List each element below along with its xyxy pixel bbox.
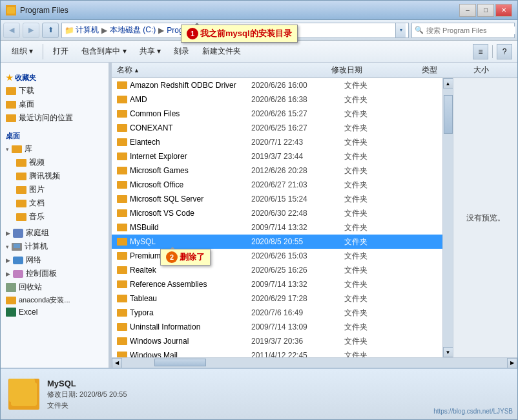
- horizontal-scrollbar: ◀ ▶: [112, 357, 517, 368]
- file-name: Amazon Redshift ODBC Driver: [130, 81, 249, 90]
- breadcrumb-computer[interactable]: 计算机: [76, 25, 99, 36]
- file-type: 文件夹: [344, 137, 396, 148]
- up-button[interactable]: ⬆: [42, 23, 59, 38]
- sidebar-item-music[interactable]: 音乐: [1, 210, 109, 224]
- maximize-button[interactable]: □: [477, 4, 494, 17]
- sidebar-item-recycle-bin[interactable]: 回收站: [1, 280, 109, 294]
- table-row[interactable]: Microsoft SQL Server2020/6/15 15:24文件夹: [112, 192, 442, 206]
- forward-button[interactable]: ▶: [23, 23, 39, 38]
- sidebar-item-excel[interactable]: Excel: [1, 306, 109, 318]
- sidebar-item-anaconda[interactable]: anaconda安装...: [1, 294, 109, 306]
- file-name: Windows Journal: [130, 337, 249, 346]
- view-mode-button[interactable]: ≡: [473, 44, 488, 59]
- sidebar-item-computer[interactable]: ▾ 计算机: [1, 240, 109, 253]
- folder-icon: [16, 200, 26, 207]
- sort-arrow: ▲: [134, 67, 140, 74]
- sidebar-item-recent[interactable]: 最近访问的位置: [1, 111, 109, 125]
- file-type: 文件夹: [344, 236, 396, 247]
- hscroll-thumb[interactable]: [154, 359, 206, 366]
- table-row[interactable]: Elantech2020/7/1 22:43文件夹: [112, 135, 442, 149]
- table-row[interactable]: Tableau2020/6/29 17:28文件夹: [112, 291, 442, 306]
- folder-icon: [117, 138, 127, 146]
- table-row[interactable]: Microsoft VS Code2020/6/30 22:48文件夹: [112, 206, 442, 220]
- folder-icon: [16, 186, 26, 194]
- file-type: 文件夹: [344, 109, 396, 120]
- sidebar-item-tencent-video[interactable]: 腾讯视频: [1, 169, 109, 183]
- folder-icon: [16, 213, 26, 221]
- table-row[interactable]: Amazon Redshift ODBC Driver2020/6/26 16:…: [112, 78, 442, 92]
- file-type: 文件夹: [344, 123, 396, 134]
- table-row[interactable]: MSBuild2009/7/14 13:32文件夹: [112, 220, 442, 235]
- file-type: 文件夹: [344, 265, 396, 276]
- back-button[interactable]: ◀: [3, 23, 20, 38]
- sidebar-item-network[interactable]: ▶ 网络: [1, 253, 109, 267]
- hscroll-track[interactable]: [122, 358, 507, 368]
- table-row[interactable]: Windows Mail2011/4/12 22:45文件夹: [112, 348, 442, 357]
- sidebar-item-download[interactable]: 下载: [1, 84, 109, 98]
- vertical-scrollbar: ▲ ▼: [442, 78, 453, 357]
- table-row[interactable]: Microsoft Office2020/6/27 21:03文件夹: [112, 178, 442, 192]
- open-button[interactable]: 打开: [47, 43, 74, 61]
- expand-icon: ▾: [6, 146, 9, 152]
- share-button[interactable]: 共享 ▾: [134, 43, 167, 61]
- col-header-size[interactable]: 大小: [473, 65, 512, 76]
- scroll-down-button[interactable]: ▼: [443, 347, 453, 357]
- address-dropdown[interactable]: ▾: [395, 23, 406, 37]
- close-button[interactable]: ✕: [495, 4, 512, 17]
- toolbar: 组织 ▾ 打开 包含到库中 ▾ 共享 ▾ 刻录 新建文件夹 ≡ ?: [1, 41, 517, 63]
- col-header-date[interactable]: 修改日期: [331, 65, 422, 76]
- file-name: Internet Explorer: [130, 152, 249, 161]
- nav-tooltip: 1我之前mysql的安装目录: [181, 25, 298, 43]
- folder-icon: [117, 96, 127, 103]
- scroll-track[interactable]: [443, 89, 453, 347]
- table-row[interactable]: MySQL2020/8/5 20:55文件夹: [112, 235, 442, 249]
- sidebar-item-libraries[interactable]: ▾ 库: [1, 142, 109, 156]
- file-name: Realtek: [130, 266, 249, 275]
- new-folder-button[interactable]: 新建文件夹: [196, 43, 247, 61]
- table-row[interactable]: Uninstall Information2009/7/14 13:09文件夹: [112, 320, 442, 334]
- table-row[interactable]: Microsoft Games2012/6/26 20:28文件夹: [112, 163, 442, 178]
- table-row[interactable]: Internet Explorer2019/3/7 23:44文件夹: [112, 149, 442, 163]
- sidebar-item-video[interactable]: 视频: [1, 156, 109, 169]
- col-header-type[interactable]: 类型: [422, 65, 473, 76]
- sidebar-item-control-panel[interactable]: ▶ 控制面板: [1, 267, 109, 280]
- window-title: Program Files: [20, 6, 68, 15]
- sidebar-item-desktop[interactable]: 桌面: [1, 98, 109, 111]
- file-type: 文件夹: [344, 336, 396, 347]
- sidebar-item-documents[interactable]: 文档: [1, 196, 109, 210]
- table-row[interactable]: Windows Journal2019/3/7 20:36文件夹: [112, 334, 442, 348]
- col-header-name[interactable]: 名称 ▲: [117, 65, 331, 76]
- table-row[interactable]: CONEXANT2020/6/25 16:27文件夹: [112, 121, 442, 135]
- file-name: Reference Assemblies: [130, 280, 249, 289]
- right-area: 名称 ▲ 修改日期 类型 大小 Amazon Redshift ODBC Dri…: [112, 63, 517, 368]
- help-button[interactable]: ?: [497, 44, 512, 59]
- scroll-up-button[interactable]: ▲: [443, 78, 453, 89]
- file-name: MSBuild: [130, 223, 249, 232]
- organize-button[interactable]: 组织 ▾: [6, 43, 39, 61]
- explorer-window: Program Files – □ ✕ ◀ ▶ ⬆ 📁 计算机 ▶ 本地磁盘 (…: [0, 0, 518, 420]
- search-input[interactable]: [426, 26, 515, 34]
- minimize-button[interactable]: –: [459, 4, 476, 17]
- file-name: AMD: [130, 95, 249, 104]
- scroll-right-button[interactable]: ▶: [507, 358, 517, 368]
- folder-icon: [117, 238, 127, 246]
- folder-icon: [12, 145, 22, 153]
- table-row[interactable]: AMD2020/6/26 16:38文件夹: [112, 92, 442, 107]
- search-bar[interactable]: 🔍: [411, 23, 515, 38]
- sidebar-item-homegroup[interactable]: ▶ 家庭组: [1, 226, 109, 240]
- sidebar-item-pictures[interactable]: 图片: [1, 183, 109, 196]
- scroll-left-button[interactable]: ◀: [112, 358, 122, 368]
- scroll-thumb[interactable]: [444, 95, 453, 134]
- table-row[interactable]: Common Files2020/6/26 15:27文件夹: [112, 107, 442, 121]
- table-row[interactable]: Reference Assemblies2009/7/14 13:32文件夹: [112, 277, 442, 291]
- file-name: CONEXANT: [130, 123, 249, 132]
- breadcrumb-drive[interactable]: 本地磁盘 (C:): [110, 25, 156, 36]
- folder-icon: [117, 323, 127, 331]
- include-library-button[interactable]: 包含到库中 ▾: [76, 43, 132, 61]
- file-date: 2019/3/7 20:36: [251, 337, 342, 346]
- table-row[interactable]: Typora2020/7/6 16:49文件夹: [112, 306, 442, 320]
- file-type: 文件夹: [344, 251, 396, 262]
- control-panel-icon: [13, 270, 23, 278]
- no-preview-panel: 没有预览。: [453, 78, 517, 357]
- record-button[interactable]: 刻录: [168, 43, 195, 61]
